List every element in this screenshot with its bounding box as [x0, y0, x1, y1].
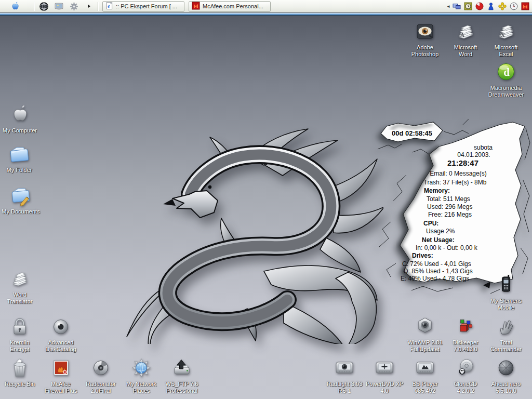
desktop-icon-microsoft-word[interactable]: AMicrosoftWord: [444, 19, 487, 58]
desktop-icon-my-siemens-mobile[interactable]: My SiemensMobile: [484, 272, 528, 311]
documents-icon: [0, 183, 43, 207]
red-pie-icon[interactable]: [475, 2, 484, 11]
display-icon[interactable]: [54, 1, 64, 11]
desktop-icon-winamp[interactable]: WinAMP 2.81FullUpdatet: [403, 314, 447, 353]
icon-label: AdobePhotoshop: [403, 44, 447, 58]
apple-icon: [9, 0, 21, 12]
icon-label: WS_FTP 7.6Professional: [160, 381, 204, 394]
svg-text:A: A: [460, 32, 464, 38]
desktop-icon-macromedia-dreamweaver[interactable]: dMacromediaDreamweaver: [484, 59, 528, 98]
apple-silver-icon: [0, 102, 42, 126]
desktop-icon-my-folder[interactable]: My Folder: [0, 141, 41, 174]
desktop-icon-adobe-photoshop[interactable]: AdobePhotoshop: [403, 19, 447, 58]
network-computers-icon[interactable]: [452, 2, 461, 11]
books-a-icon: A: [444, 19, 487, 43]
widget-memory-label: Memory:: [424, 187, 450, 194]
taskbar-button-label: :: PC Ekspert Forum [ ...: [116, 3, 177, 9]
icon-label: WinAMP 2.81FullUpdatet: [403, 339, 447, 353]
desktop-icon-diskeeper[interactable]: Diskeeper7.0.413.0: [444, 314, 487, 353]
desktop-icon-advanced-diskcatalog[interactable]: AdvancedDiskCatalog: [39, 314, 83, 353]
clock-white-icon[interactable]: [509, 2, 518, 11]
system-monitor-widget: 00d 02:58:45 subota 04.01.2003. 21:28:47…: [375, 118, 531, 297]
desktop-icon-kremlin-encrypt[interactable]: KremlinEncrypt: [0, 314, 42, 353]
widget-drive-e: E: 49% Used - 4,78 Gigs: [401, 275, 469, 282]
desktop-icon-my-documents[interactable]: My Documents: [0, 183, 43, 215]
cubes-icon: [444, 314, 487, 338]
desktop-icon-word-translator[interactable]: WordTranslator: [0, 266, 42, 305]
icon-label: My Documents: [0, 208, 43, 215]
desktop-icon-radeonator[interactable]: Radeonator2.0Final: [79, 355, 123, 394]
desktop[interactable]: 00d 02:58:45 subota 04.01.2003. 21:28:47…: [0, 16, 532, 399]
mcafee-icon: [192, 2, 200, 11]
icon-label: PowerDVD XP4.0: [363, 381, 406, 394]
orb-icon: [39, 314, 83, 338]
icon-label: Ahead nero5.5.10.0: [484, 381, 528, 394]
taskbar-button-mcafee[interactable]: McAfee.com Personal...: [189, 1, 271, 12]
widget-trash: Trash: 37 File(s) - 8Mb: [408, 179, 502, 186]
icon-label: AdvancedDiskCatalog: [39, 339, 83, 353]
desktop-icon-recycle-bin[interactable]: Recycle Bin: [0, 355, 42, 388]
desktop-icon-clonecd[interactable]: CloneCD4.2.0.2: [444, 355, 487, 394]
widget-day: subota: [436, 144, 530, 151]
clonecd-icon: [444, 355, 487, 379]
icon-label: Diskeeper7.0.413.0: [444, 339, 487, 353]
folder-icon: [0, 141, 41, 165]
books-icon: [0, 266, 42, 290]
ie-page-icon: e: [105, 2, 113, 11]
icon-label: MicrosoftWord: [444, 44, 487, 58]
icon-label: RadLight 3.03RS 1: [323, 381, 366, 394]
mcafee-icon: [39, 355, 83, 379]
desktop-icon-microsoft-excel[interactable]: XMicrosoftExcel: [484, 19, 528, 58]
widget-cpu-usage: Usage 2%: [426, 228, 455, 235]
photoshop-icon: [403, 19, 447, 43]
ftp-drive-icon: [160, 355, 204, 379]
icon-label: TotalCommander: [484, 339, 528, 353]
widget-time: 21:28:47: [416, 158, 510, 167]
widget-drive-d: D: 85% Used - 1,43 Gigs: [404, 268, 473, 275]
icon-label: KremlinEncrypt: [0, 339, 42, 353]
widget-email: Email: 0 Message(s): [411, 170, 505, 177]
desktop-icon-total-commander[interactable]: TotalCommander: [484, 314, 528, 353]
desktop-icon-ahead-nero[interactable]: Ahead nero5.5.10.0: [484, 355, 528, 394]
desktop-icon-mcafee-firewall-plus[interactable]: McAfeeFirewall Plus: [39, 355, 83, 394]
taskbar-blue-edge: [0, 12, 532, 16]
icon-label: My Computer: [0, 127, 42, 134]
taskbar: e :: PC Ekspert Forum [ ... McAfee.com P…: [0, 0, 532, 12]
icon-label: BS Player085.492: [403, 381, 447, 394]
desktop-icon-radlight[interactable]: RadLight 3.03RS 1: [323, 355, 366, 394]
svg-text:d: d: [503, 66, 510, 78]
hand-icon: [484, 314, 528, 338]
tray-collapse-arrow-icon[interactable]: ◄: [446, 4, 450, 9]
icon-label: My NetworkPlaces: [119, 381, 163, 394]
clock-square-icon[interactable]: [463, 2, 472, 11]
winamp-icon: [403, 314, 447, 338]
icon-label: Radeonator2.0Final: [79, 381, 123, 394]
taskbar-button-pc-ekspert[interactable]: e :: PC Ekspert Forum [ ...: [102, 1, 184, 12]
apple-start-button[interactable]: [0, 0, 30, 12]
desktop-icon-my-computer[interactable]: My Computer: [0, 102, 42, 134]
desktop-icon-my-network-places[interactable]: My NetworkPlaces: [119, 355, 163, 394]
desktop-icon-ws-ftp-professional[interactable]: WS_FTP 7.6Professional: [160, 355, 204, 394]
desktop-icon-bs-player[interactable]: BS Player085.492: [403, 355, 447, 394]
icon-label: McAfeeFirewall Plus: [39, 381, 83, 394]
icon-label: Recycle Bin: [0, 381, 42, 388]
icq-flower-icon[interactable]: [498, 2, 507, 11]
globe-icon[interactable]: [38, 1, 49, 11]
widget-net-usage: In: 0,00 k - Out: 0,00 k: [416, 244, 477, 251]
expand-arrow-icon[interactable]: [84, 1, 94, 11]
icon-label: CloneCD4.2.0.2: [444, 381, 487, 394]
taskbar-separator: [34, 2, 35, 11]
widget-drives-label: Drives:: [412, 252, 433, 259]
mcafee-tray-icon[interactable]: [521, 2, 529, 11]
messenger-person-icon[interactable]: [486, 2, 495, 11]
desktop-icon-powerdvd-xp[interactable]: PowerDVD XP4.0: [363, 355, 406, 394]
icon-label: MicrosoftExcel: [484, 44, 528, 58]
phone-icon: [484, 272, 528, 296]
widget-memory-free: Free: 216 Megs: [428, 211, 472, 218]
gear-icon[interactable]: [69, 1, 79, 11]
widget-memory-total: Total: 511 Megs: [427, 195, 470, 203]
icon-label: My SiemensMobile: [484, 298, 528, 311]
sphere-icon: [484, 355, 528, 379]
disc-icon: [79, 355, 123, 379]
taskbar-separator: [98, 2, 99, 11]
